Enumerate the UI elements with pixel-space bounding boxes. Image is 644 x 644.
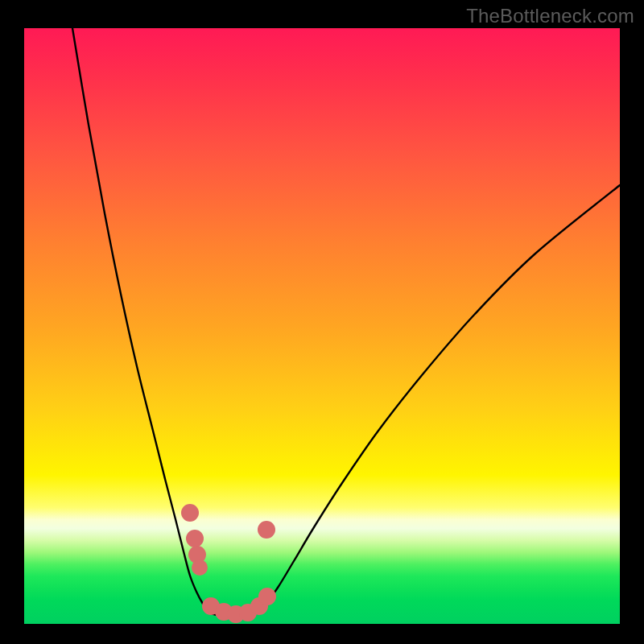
bottleneck-curve <box>72 28 620 617</box>
watermark-label: TheBottleneck.com <box>466 5 634 27</box>
valley-marker <box>192 559 208 576</box>
plot-area <box>24 28 620 624</box>
curve-path <box>72 28 620 617</box>
valley-marker <box>181 504 199 522</box>
curve-svg <box>24 28 620 624</box>
valley-marker <box>258 521 275 539</box>
valley-marker <box>258 588 276 605</box>
chart-frame: TheBottleneck.com <box>0 0 644 644</box>
valley-markers <box>181 504 276 623</box>
valley-marker <box>186 530 204 547</box>
